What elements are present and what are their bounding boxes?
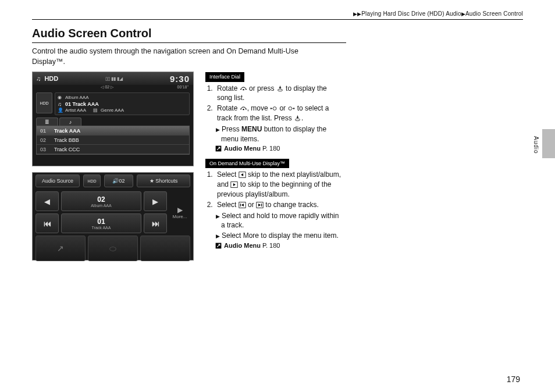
- hdd-source-icon: HDD: [36, 92, 52, 113]
- skip-prev-box-icon: [239, 171, 246, 179]
- more-button: ▶ More...: [169, 191, 190, 233]
- link-icon: [215, 145, 222, 152]
- svg-rect-12: [261, 204, 262, 206]
- move-left-icon: [270, 105, 278, 112]
- track-row: 01 Track AAA: [37, 126, 189, 136]
- breadcrumb: ▶▶Playing Hard Disc Drive (HDD) Audio▶Au…: [32, 10, 523, 17]
- track-display: 01 Track AAA: [61, 213, 141, 233]
- bottom-button-1: ↗: [35, 236, 86, 261]
- step: Rotate or press to display the song list…: [215, 84, 344, 104]
- svg-point-2: [243, 109, 244, 110]
- instructions-column: Interface Dial Rotate or press to displa…: [205, 72, 344, 261]
- tab-music-icon: ♪: [59, 117, 81, 126]
- nav-screen-screenshot: ♫ HDD ▯▯ ▮▮ ▮◢ 9:30 ◁ 02 ▷ 00'18" HDD ◉A…: [32, 72, 194, 166]
- link-ref: Audio Menu P. 180: [215, 241, 344, 250]
- interface-dial-label: Interface Dial: [205, 72, 244, 82]
- page-number: 179: [507, 375, 520, 384]
- press-dial-icon: [276, 85, 284, 92]
- album-display: 02 Album AAA: [61, 191, 141, 211]
- svg-point-1: [278, 89, 282, 91]
- volume-indicator: 🔊 02: [104, 174, 133, 187]
- side-tab: [542, 129, 555, 158]
- svg-point-3: [273, 107, 276, 111]
- svg-point-4: [289, 107, 292, 111]
- move-right-icon: [287, 105, 295, 112]
- svg-point-0: [243, 89, 244, 90]
- page-title: Audio Screen Control: [32, 27, 523, 40]
- track-row: 02 Track BBB: [37, 136, 189, 145]
- title-rule: [32, 42, 346, 43]
- audio-source-button: Audio Source: [35, 174, 80, 187]
- intro-text: Control the audio system through the nav…: [32, 47, 523, 67]
- step: Rotate , move or to select a track from …: [215, 104, 344, 123]
- link-icon: [215, 242, 222, 250]
- shortcuts-button: ★ Shortcuts: [137, 174, 190, 187]
- svg-point-5: [295, 119, 300, 121]
- track-next-box-icon: [256, 201, 264, 209]
- track-row: 03 Track CCC: [37, 145, 189, 154]
- header-rule: [32, 19, 523, 20]
- prev-track-button: ⏮: [35, 213, 59, 233]
- hdd-indicator: HDD: [83, 174, 101, 187]
- bottom-button-2: ⬭: [88, 236, 138, 261]
- prev-album-button: ◀: [35, 191, 59, 211]
- rotate-dial-icon: [240, 105, 247, 112]
- link-ref: Audio Menu P. 180: [215, 144, 344, 153]
- touch-screen-screenshot: Audio Source HDD 🔊 02 ★ Shortcuts ◀ 02 A…: [32, 172, 194, 261]
- bottom-button-3: [140, 236, 190, 261]
- skip-next-box-icon: [230, 181, 238, 188]
- tab-tracks-icon: ≣: [36, 117, 58, 126]
- sub-step: ▶Select and hold to move rapidly within …: [216, 211, 344, 231]
- sub-step: ▶Select More to display the menu item.: [216, 231, 344, 241]
- next-track-button: ⏭: [144, 213, 167, 233]
- track-list: 01 Track AAA 02 Track BBB 03 Track CCC: [36, 126, 190, 155]
- rotate-dial-icon: [240, 85, 247, 92]
- svg-rect-10: [240, 204, 241, 206]
- step: Select skip to the next playlist/album, …: [215, 170, 344, 199]
- step: Select or to change tracks.: [215, 200, 344, 210]
- multi-use-display-label: On Demand Multi-Use Display™: [205, 159, 289, 169]
- next-album-button: ▶: [144, 191, 167, 211]
- track-prev-box-icon: [239, 201, 246, 209]
- sub-step: ▶Press MENU button to display the menu i…: [216, 124, 344, 144]
- side-tab-label: Audio: [533, 136, 539, 154]
- press-dial-icon: [294, 115, 301, 122]
